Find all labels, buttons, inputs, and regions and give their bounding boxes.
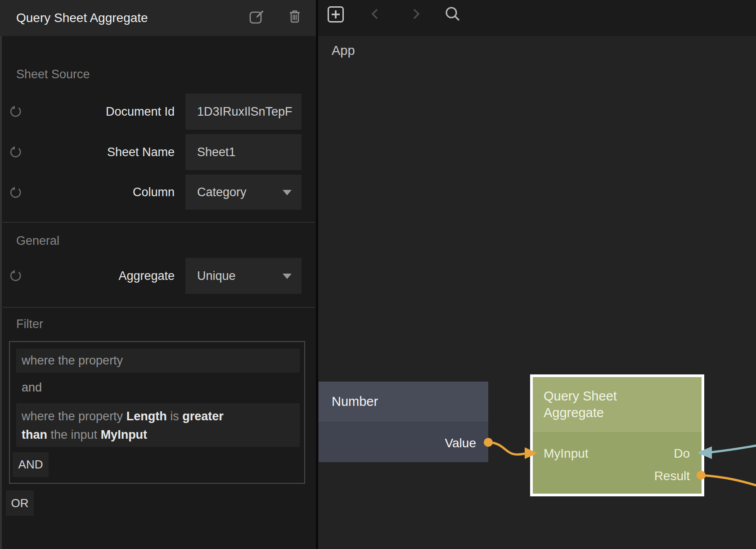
reset-document-id-button[interactable]: [9, 105, 22, 118]
filter-rule-line2: than the input MyInput: [16, 426, 300, 444]
myinput-input-label: MyInput: [544, 446, 589, 461]
column-dropdown[interactable]: Category: [185, 175, 302, 210]
and-button[interactable]: AND: [13, 452, 49, 477]
breadcrumb-app[interactable]: App: [332, 43, 355, 58]
reset-icon: [9, 105, 22, 118]
result-output-label: Result: [654, 469, 690, 483]
filter-conjunction: and: [22, 381, 42, 395]
section-general: General: [16, 234, 59, 248]
trash-icon: [287, 9, 302, 25]
filter-rule-empty[interactable]: where the property: [16, 349, 300, 373]
panel-header: Query Sheet Aggregate: [0, 0, 316, 36]
section-sheet-source: Sheet Source: [16, 68, 90, 81]
section-divider: [0, 307, 315, 308]
result-output-port[interactable]: [697, 471, 706, 480]
caret-down-icon: [283, 190, 292, 195]
nav-forward-button[interactable]: [410, 8, 422, 20]
column-label: Column: [27, 175, 175, 210]
reset-icon: [9, 145, 22, 159]
aggregate-value: Unique: [197, 269, 236, 283]
aggregate-label: Aggregate: [27, 258, 175, 294]
do-output-label: Do: [674, 446, 690, 461]
nav-back-button[interactable]: [369, 8, 382, 20]
app-window: Query Sheet Aggregate Sheet Source: [0, 0, 756, 549]
delete-node-button[interactable]: [287, 9, 302, 25]
add-node-button[interactable]: [327, 6, 344, 23]
query-node-title: Query Sheet Aggregate: [544, 388, 617, 421]
value-output-port[interactable]: [484, 438, 493, 447]
search-button[interactable]: [443, 5, 462, 24]
pencil-square-icon: [248, 9, 265, 25]
reset-icon: [9, 186, 22, 199]
number-node[interactable]: Number Value: [319, 382, 488, 462]
column-value: Category: [197, 185, 247, 199]
edit-node-button[interactable]: [248, 9, 265, 25]
filter-rule-length[interactable]: where the property Length is greater tha…: [16, 403, 300, 447]
caret-down-icon: [283, 274, 292, 279]
document-id-field[interactable]: 1D3IRuxIlSnTepF: [185, 94, 302, 130]
section-divider: [0, 222, 315, 223]
or-button[interactable]: OR: [6, 490, 34, 516]
properties-panel: Query Sheet Aggregate Sheet Source: [0, 0, 316, 549]
number-node-title: Number: [332, 382, 378, 422]
reset-column-button[interactable]: [9, 186, 22, 199]
canvas-toolbar: [318, 0, 756, 36]
document-id-label: Document Id: [27, 94, 175, 130]
filter-rule-placeholder: where the property: [16, 349, 300, 373]
filter-rule-line1: where the property Length is greater: [16, 407, 300, 426]
section-filter: Filter: [16, 317, 43, 331]
panel-scrollbar[interactable]: [0, 0, 2, 549]
plus-square-icon: [327, 6, 344, 23]
panel-title: Query Sheet Aggregate: [16, 0, 148, 36]
chevron-right-icon: [410, 8, 422, 20]
reset-aggregate-button[interactable]: [9, 269, 22, 283]
query-sheet-aggregate-node[interactable]: Query Sheet Aggregate MyInput Do Result: [530, 374, 704, 496]
search-icon: [443, 5, 462, 24]
sheet-name-field[interactable]: Sheet1: [185, 134, 302, 170]
aggregate-dropdown[interactable]: Unique: [185, 258, 302, 294]
sheet-name-label: Sheet Name: [27, 134, 175, 170]
reset-icon: [9, 269, 22, 283]
chevron-left-icon: [369, 8, 382, 20]
reset-sheet-name-button[interactable]: [9, 145, 22, 159]
query-node-body: [533, 432, 702, 494]
value-output-label: Value: [445, 436, 476, 450]
